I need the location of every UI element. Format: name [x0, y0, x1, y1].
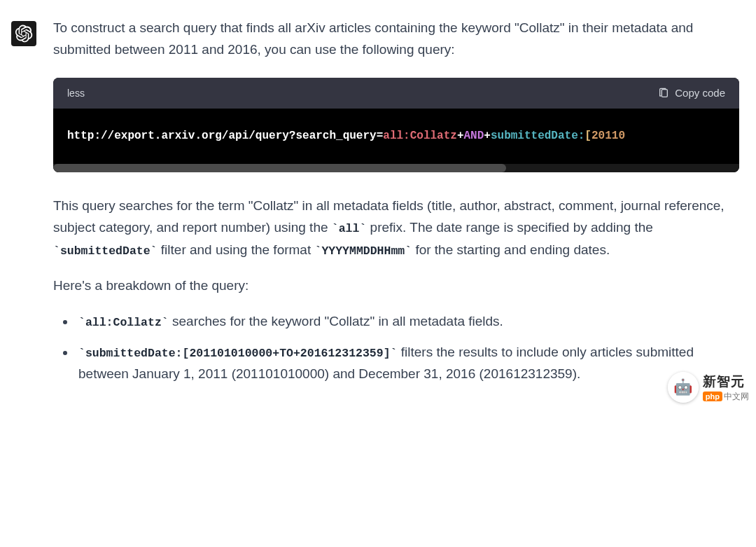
inline-code-allcollatz: `all:Collatz` — [78, 316, 169, 329]
message-container: To construct a search query that finds a… — [0, 0, 756, 410]
assistant-avatar — [11, 21, 36, 46]
list-item: `submittedDate:[201101010000+TO+20161231… — [76, 341, 739, 385]
copy-code-label: Copy code — [675, 85, 725, 102]
list-item: `all:Collatz` searches for the keyword "… — [76, 310, 739, 332]
code-body[interactable]: http://export.arxiv.org/api/query?search… — [53, 109, 739, 163]
code-block: less Copy code http://export.arxiv.org/a… — [53, 78, 739, 172]
horizontal-scrollbar[interactable] — [53, 164, 739, 172]
message-content: To construct a search query that finds a… — [53, 17, 739, 393]
svg-rect-0 — [662, 90, 668, 97]
intro-paragraph: To construct a search query that finds a… — [53, 17, 739, 61]
openai-logo-icon — [15, 25, 33, 43]
inline-code-submitteddate: `submittedDate` — [53, 244, 158, 258]
breakdown-intro: Here's a breakdown of the query: — [53, 275, 739, 296]
clipboard-icon — [658, 88, 669, 99]
breakdown-list: `all:Collatz` searches for the keyword "… — [53, 310, 739, 385]
watermark: 🤖 新智元 php中文网 — [668, 372, 749, 403]
inline-code-dateformat: `YYYYMMDDHHmm` — [314, 244, 412, 258]
code-header: less Copy code — [53, 78, 739, 109]
explanation-paragraph: This query searches for the term "Collat… — [53, 195, 739, 261]
copy-code-button[interactable]: Copy code — [658, 85, 725, 102]
watermark-brand: 新智元 — [703, 373, 749, 391]
watermark-subtext: php中文网 — [703, 391, 749, 403]
code-language-label: less — [67, 85, 85, 102]
inline-code-daterange: `submittedDate:[201101010000+TO+20161231… — [78, 347, 397, 360]
watermark-logo-icon: 🤖 — [668, 372, 699, 403]
inline-code-all: `all` — [332, 222, 367, 235]
code-content: http://export.arxiv.org/api/query?search… — [67, 127, 725, 145]
scrollbar-thumb[interactable] — [53, 164, 506, 172]
